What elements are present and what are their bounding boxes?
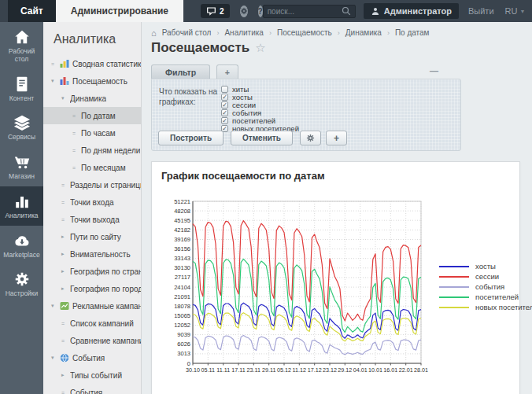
svg-text:10.01: 10.01 (368, 366, 382, 374)
svg-text:11.12: 11.12 (293, 366, 306, 374)
menu-item-2[interactable]: ▾Динамика (43, 90, 141, 107)
legend-color-line (439, 276, 469, 278)
favorite-star-icon[interactable]: ☆ (255, 41, 265, 55)
chevron-down-icon: ▼ (519, 9, 525, 14)
menu-item-11[interactable]: ▸Внимательность (43, 245, 141, 263)
breadcrumb-item-0[interactable]: Рабочий стол (162, 28, 212, 37)
rail-item-home[interactable]: Рабочий стол (0, 22, 43, 69)
site-tab[interactable]: Сайт (8, 0, 56, 22)
logout-link[interactable]: Выйти (468, 6, 494, 16)
rail-item-label: Настройки (1, 290, 42, 298)
add-filter-tab[interactable]: + (216, 64, 238, 79)
document-icon (1, 75, 42, 93)
menu-item-7[interactable]: =Разделы и страницы (43, 176, 141, 193)
filter-option-3[interactable]: ✓события (221, 109, 299, 116)
gear-icon (1, 271, 42, 288)
settings-button[interactable] (240, 6, 248, 17)
svg-text:21091: 21091 (174, 293, 190, 300)
breadcrumb-item-1[interactable]: Аналитика (224, 28, 264, 37)
menu-item-14[interactable]: ▾Рекламные кампании (43, 297, 141, 315)
notifications-button[interactable]: 2 (201, 4, 230, 18)
build-button[interactable]: Построить (158, 131, 224, 145)
sidebar-menu: =Сводная статистика▾Посещаемость▾Динамик… (43, 55, 141, 394)
rail-item-layers[interactable]: Сервисы (0, 108, 43, 147)
menu-item-17[interactable]: ▾События (43, 349, 141, 366)
legend-item-3: посетителей (439, 292, 532, 302)
collapse-arrow-icon: ▾ (51, 303, 60, 309)
svg-text:51221: 51221 (174, 198, 190, 205)
menu-item-label: Сводная статистика (72, 60, 141, 68)
rail-item-bar-chart[interactable]: Аналитика (0, 186, 43, 226)
filter-settings-button[interactable] (300, 131, 321, 145)
left-rail: Рабочий столКонтентСервисыМагазинАналити… (0, 22, 43, 394)
admin-tab[interactable]: Администрирование (56, 0, 183, 22)
bullet-icon: = (72, 165, 81, 171)
filter-group-label: Что показать на графиках: (159, 87, 222, 107)
cancel-button[interactable]: Отменить (231, 131, 293, 145)
filter-option-4[interactable]: ✓посетителей (221, 116, 299, 124)
svg-text:30.10: 30.10 (186, 366, 200, 374)
search-input[interactable] (268, 7, 342, 16)
legend-item-0: хосты (439, 261, 532, 271)
menu-item-12[interactable]: ▸География по странам (43, 263, 141, 280)
svg-text:12052: 12052 (174, 322, 190, 329)
rail-item-cart[interactable]: Магазин (0, 147, 43, 186)
filter-buttons-row: Построить Отменить + (158, 131, 454, 145)
menu-item-0[interactable]: =Сводная статистика (43, 55, 141, 72)
page-title-row: Посещаемость ☆ (151, 40, 266, 56)
language-selector[interactable]: RU ▼ (505, 6, 526, 16)
svg-text:22.01: 22.01 (399, 366, 413, 374)
menu-item-9[interactable]: =Точки выхода (43, 211, 141, 228)
svg-text:30130: 30130 (174, 264, 190, 271)
menu-item-6[interactable]: =По месяцам (43, 159, 141, 176)
breadcrumb-item-4[interactable]: По датам (395, 28, 430, 37)
chart-panel: График посещаемости по датам 03013602690… (151, 161, 520, 394)
menu-item-18[interactable]: ▸Типы событий (43, 366, 141, 384)
bullet-icon: = (72, 131, 81, 136)
svg-text:6026: 6026 (177, 341, 190, 348)
menu-item-8[interactable]: =Точки входа (43, 193, 141, 211)
svg-text:04.01: 04.01 (353, 366, 368, 374)
menu-item-4[interactable]: =По часам (43, 124, 141, 142)
svg-text:39169: 39169 (174, 236, 190, 243)
menu-item-5[interactable]: =По дням недели (43, 142, 141, 159)
breadcrumb-item-2[interactable]: Посещаемость (277, 28, 332, 37)
legend-color-line (439, 266, 469, 267)
menu-item-10[interactable]: ▸Пути по сайту (43, 228, 141, 245)
menu-item-15[interactable]: =Список кампаний (43, 315, 141, 332)
page-title: Посещаемость (151, 40, 249, 56)
filter-option-1[interactable]: ✓хосты (221, 93, 299, 101)
menu-item-19[interactable]: =События (43, 384, 141, 394)
filter-option-0[interactable]: хиты (221, 85, 299, 93)
search-icon[interactable] (342, 6, 351, 16)
checkbox-icon: ✓ (221, 94, 228, 101)
bar-chart-icon (1, 193, 42, 210)
breadcrumb: ⌂ Рабочий стол›Аналитика›Посещаемость›Ди… (151, 28, 430, 37)
menu-item-label: География по странам (70, 267, 141, 276)
menu-item-1[interactable]: ▾Посещаемость (43, 72, 141, 90)
svg-text:45195: 45195 (174, 217, 190, 224)
rail-item-document[interactable]: Контент (0, 69, 43, 109)
menu-item-16[interactable]: =Сравнение кампаний (43, 332, 141, 349)
svg-text:05.11: 05.11 (201, 366, 215, 374)
filter-option-2[interactable]: ✓сессии (221, 101, 299, 109)
legend-label: хосты (475, 262, 496, 271)
menu-item-label: Рекламные кампании (72, 302, 141, 311)
breadcrumb-item-3[interactable]: Динамика (345, 28, 382, 37)
legend-item-1: сессии (439, 271, 532, 282)
menu-item-13[interactable]: ▸География по городам (43, 280, 141, 297)
bullet-icon: = (72, 113, 81, 119)
gear-icon (306, 134, 315, 142)
legend-item-4: новых посетителей (439, 302, 532, 312)
filter-add-button[interactable]: + (326, 131, 347, 145)
home-icon[interactable]: ⌂ (151, 29, 157, 37)
rail-item-gear[interactable]: Настройки (0, 264, 43, 304)
rail-item-cloud[interactable]: Marketplace (0, 226, 43, 265)
filter-tab[interactable]: Фильтр (151, 64, 210, 79)
menu-item-3[interactable]: =По датам (43, 107, 141, 124)
admin-app: Сайт Администрирование 2 ? Администратор… (0, 0, 532, 394)
help-button[interactable]: ? (258, 6, 263, 17)
menu-item-label: По часам (81, 129, 116, 138)
user-button[interactable]: Администратор (364, 3, 459, 19)
collapse-filter-button[interactable]: — (430, 66, 438, 75)
